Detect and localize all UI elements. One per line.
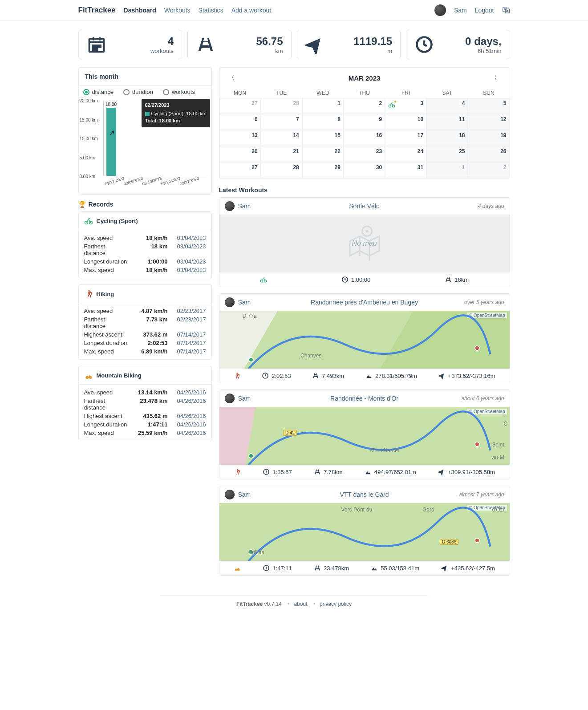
workout-user[interactable]: Sam: [238, 299, 251, 306]
cal-cell[interactable]: 7: [261, 114, 302, 130]
record-date-link[interactable]: 04/26/2016: [168, 398, 206, 411]
cal-cell[interactable]: 27: [219, 162, 261, 178]
record-date-link[interactable]: 04/26/2016: [168, 413, 206, 419]
mtn-icon: [365, 468, 372, 475]
dow: SUN: [468, 88, 509, 98]
records-title: Records: [89, 201, 114, 208]
workout-stat: 7.78km: [314, 468, 343, 475]
cal-cell[interactable]: 12: [468, 114, 509, 130]
cal-cell[interactable]: 8: [302, 114, 344, 130]
record-date-link[interactable]: 03/04/2023: [168, 243, 206, 256]
record-sport: HikingAve. speed4.87 km/h02/23/2017Farth…: [78, 284, 212, 360]
workout-user[interactable]: Sam: [238, 203, 251, 210]
cal-cell[interactable]: 31: [385, 162, 426, 178]
cal-cell[interactable]: 17: [385, 130, 426, 146]
user-avatar[interactable]: [434, 4, 446, 16]
record-date-link[interactable]: 04/26/2016: [168, 389, 206, 396]
cal-cell[interactable]: 1: [302, 98, 344, 114]
record-row: Farthest distance18 km03/04/2023: [84, 242, 206, 257]
user-avatar[interactable]: [225, 394, 235, 403]
cal-cell[interactable]: 26: [468, 146, 509, 162]
record-date-link[interactable]: 03/04/2023: [168, 258, 206, 265]
cal-cell[interactable]: 11: [426, 114, 468, 130]
stat-workouts: 4workouts: [78, 30, 182, 59]
nav-user[interactable]: Sam: [454, 7, 467, 14]
cal-cell[interactable]: 19: [468, 130, 509, 146]
cal-cell[interactable]: 25: [426, 146, 468, 162]
workout-stat: 7.493km: [312, 372, 344, 379]
nav-dashboard[interactable]: Dashboard: [124, 7, 156, 14]
cal-cell[interactable]: 28: [261, 98, 302, 114]
cal-cell[interactable]: 14: [261, 130, 302, 146]
metric-workouts[interactable]: workouts: [163, 89, 195, 95]
workout-card[interactable]: SamRandonnée - Monts d'Orabout 6 years a…: [219, 389, 510, 479]
footer-privacy[interactable]: privacy policy: [320, 601, 352, 607]
brand-logo[interactable]: FitTrackee: [78, 6, 116, 15]
user-avatar[interactable]: [225, 490, 235, 499]
cal-cell[interactable]: 9: [344, 114, 385, 130]
workout-user[interactable]: Sam: [238, 491, 251, 498]
workout-stat: 494.97/652.81m: [365, 468, 416, 475]
record-sport: Mountain BikingAve. speed13.14 km/h04/26…: [78, 366, 212, 441]
user-avatar[interactable]: [225, 201, 235, 211]
record-date-link[interactable]: 04/26/2016: [168, 430, 206, 436]
cal-cell[interactable]: 15: [302, 130, 344, 146]
language-icon[interactable]: [502, 6, 510, 14]
cal-cell[interactable]: 21: [261, 146, 302, 162]
workout-map[interactable]: © OpenStreetMapVers-Pont-du-Gardd'OziCol…: [219, 503, 510, 561]
cal-cell[interactable]: 20: [219, 146, 261, 162]
cal-cell[interactable]: 5: [468, 98, 509, 114]
cal-next[interactable]: 〉: [491, 72, 503, 84]
cal-cell[interactable]: 2: [468, 162, 509, 178]
record-date-link[interactable]: 03/04/2023: [168, 235, 206, 241]
record-date-link[interactable]: 03/04/2023: [168, 267, 206, 273]
record-date-link[interactable]: 07/14/2017: [168, 340, 206, 346]
cal-cell[interactable]: 23: [344, 146, 385, 162]
cal-cell[interactable]: 1: [426, 162, 468, 178]
cal-cell[interactable]: 16: [344, 130, 385, 146]
dow: TUE: [261, 88, 302, 98]
record-date-link[interactable]: 07/14/2017: [168, 348, 206, 355]
cal-cell[interactable]: ✦3: [385, 98, 426, 114]
workout-map[interactable]: © OpenStreetMapChanvesD 77a: [219, 311, 510, 369]
record-date-link[interactable]: 04/26/2016: [168, 421, 206, 428]
cal-cell[interactable]: 24: [385, 146, 426, 162]
cal-cell[interactable]: 30: [344, 162, 385, 178]
workout-user[interactable]: Sam: [238, 395, 251, 402]
workout-time: almost 7 years ago: [459, 491, 504, 498]
cal-cell[interactable]: 2: [344, 98, 385, 114]
cal-cell[interactable]: 18: [426, 130, 468, 146]
metric-duration[interactable]: duration: [123, 89, 153, 95]
stat-duration-unit: 6h 51min: [465, 48, 501, 54]
cal-cell[interactable]: 6: [219, 114, 261, 130]
cal-prev[interactable]: 〈: [226, 72, 237, 84]
cal-cell[interactable]: 13: [219, 130, 261, 146]
workout-title[interactable]: Randonnée - Monts d'Or: [330, 395, 398, 402]
nav-workouts[interactable]: Workouts: [164, 7, 191, 14]
cal-cell[interactable]: 10: [385, 114, 426, 130]
record-row: Ave. speed18 km/h03/04/2023: [84, 234, 206, 242]
workout-card[interactable]: SamRandonnée près d'Ambérieu en Bugeyove…: [219, 293, 510, 383]
record-sport-name: Mountain Biking: [97, 372, 142, 379]
nav-logout[interactable]: Logout: [475, 7, 494, 14]
metric-distance[interactable]: distance: [83, 89, 114, 95]
nav-add-workout[interactable]: Add a workout: [231, 7, 272, 14]
workout-card[interactable]: SamVTT dans le Gardalmost 7 years ago© O…: [219, 486, 510, 576]
record-date-link[interactable]: 02/23/2017: [168, 308, 206, 314]
workout-title[interactable]: Randonnée près d'Ambérieu en Bugey: [311, 299, 418, 306]
workout-map[interactable]: © OpenStreetMapMont NarcelSaintau-MCD 42: [219, 407, 510, 465]
record-date-link[interactable]: 07/14/2017: [168, 331, 206, 338]
user-avatar[interactable]: [225, 297, 235, 307]
record-date-link[interactable]: 02/23/2017: [168, 316, 206, 329]
nav-statistics[interactable]: Statistics: [199, 7, 223, 14]
workout-card[interactable]: SamSortie Vélo4 days agoNo map1:00:0018k…: [219, 197, 510, 287]
cal-cell[interactable]: 29: [302, 162, 344, 178]
workout-title[interactable]: VTT dans le Gard: [340, 491, 389, 498]
cal-cell[interactable]: 27: [219, 98, 261, 114]
cal-cell[interactable]: 28: [261, 162, 302, 178]
footer-about[interactable]: about: [294, 601, 308, 607]
calendar: 〈 MAR 2023 〉 MONTUEWEDTHUFRISATSUN 27281…: [219, 67, 510, 179]
cal-cell[interactable]: 22: [302, 146, 344, 162]
workout-title[interactable]: Sortie Vélo: [349, 203, 379, 210]
cal-cell[interactable]: 4: [426, 98, 468, 114]
